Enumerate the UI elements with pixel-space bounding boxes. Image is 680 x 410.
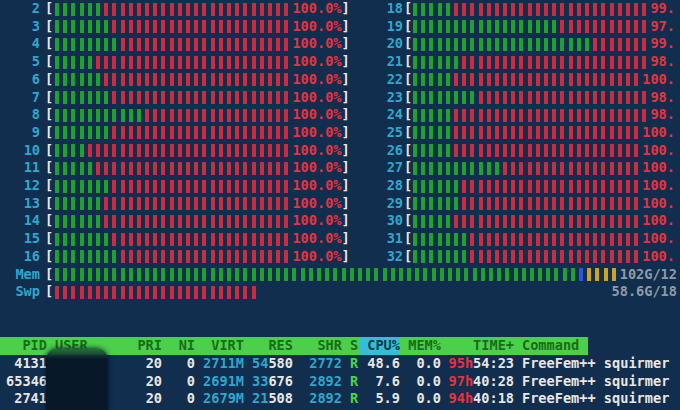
meter-pipe (129, 286, 133, 299)
meter-pipe (487, 38, 491, 51)
meter-pipe (528, 180, 532, 193)
meter-pipe (55, 20, 59, 33)
meter-pipe (80, 20, 84, 33)
meter-open-bracket: [ (404, 53, 412, 71)
meter-pipe (618, 197, 622, 210)
meter-pipe (88, 162, 92, 175)
meter-pipe (626, 197, 630, 210)
meter-pipe (601, 233, 605, 246)
meter-pipe (618, 215, 622, 228)
meter-pipe (243, 73, 247, 86)
meter-pipe (276, 162, 280, 175)
meter-pipe (194, 162, 198, 175)
cpu-percent-label: 100.0% (292, 71, 341, 89)
header-pid[interactable]: PID (0, 337, 47, 355)
meter-pipe (129, 20, 133, 33)
meter-pipe (429, 250, 433, 263)
meter-pipe (137, 197, 141, 210)
meter-pipe (186, 91, 190, 104)
meter-pipe (284, 20, 288, 33)
cpu-percent-label: 100. (642, 212, 675, 230)
meter-pipe (446, 109, 450, 122)
meter-pipe (71, 3, 75, 16)
meter-pipe (454, 38, 458, 51)
meter-pipe (423, 268, 427, 281)
cpu-number: 8 (0, 106, 40, 124)
meter-pipe (569, 109, 573, 122)
meter-pipe (178, 91, 182, 104)
meter-pipe (552, 197, 556, 210)
meter-pipe (284, 126, 288, 139)
meter-pipe (63, 268, 67, 281)
meter-pipe (252, 3, 256, 16)
meter-pipe (178, 56, 182, 69)
header-res[interactable]: RES (244, 337, 293, 355)
meter-pipe (487, 126, 491, 139)
meter-pipe (202, 197, 206, 210)
meter-pipe (519, 91, 523, 104)
meter-pipe (528, 197, 532, 210)
cpu-percent-label: 100.0% (292, 18, 341, 36)
meter-pipe (161, 91, 165, 104)
meter-pipe (546, 268, 550, 281)
meter-pipe (429, 215, 433, 228)
meter-pipe (487, 73, 491, 86)
meter-pipe (284, 3, 288, 16)
meter-pipe (186, 250, 190, 263)
header-cpu-sort-column[interactable]: CPU% (359, 337, 400, 355)
meter-pipe (413, 91, 417, 104)
meter-pipe (511, 56, 515, 69)
cell-pri: 20 (121, 373, 162, 391)
meter-pipe (170, 144, 174, 157)
meter-pipe (536, 250, 540, 263)
meter-pipe (80, 250, 84, 263)
meter-pipe (211, 56, 215, 69)
meter-pipe (470, 197, 474, 210)
meter-pipe (519, 180, 523, 193)
header-virt[interactable]: VIRT (195, 337, 244, 355)
meter-pipe (219, 20, 223, 33)
meter-pipe (161, 197, 165, 210)
meter-pipe (112, 215, 116, 228)
cpu-percent-label: 100.0% (292, 177, 341, 195)
meter-close-bracket: ] (341, 159, 349, 175)
meter-pipe (186, 3, 190, 16)
header-pri[interactable]: PRI (121, 337, 162, 355)
header-shr[interactable]: SHR (293, 337, 342, 355)
meter-pipe (202, 162, 206, 175)
meter-pipe (186, 20, 190, 33)
meter-pipe (413, 250, 417, 263)
cpu-number: 28 (368, 177, 403, 195)
meter-pipe (121, 3, 125, 16)
meter-pipe (63, 109, 67, 122)
meter-pipe (487, 91, 491, 104)
meter-pipe (462, 73, 466, 86)
cell-mem-percent: 0.0 (400, 355, 441, 373)
meter-pipe (454, 215, 458, 228)
meter-pipe (618, 56, 622, 69)
meter-pipe (202, 91, 206, 104)
meter-pipe (104, 38, 108, 51)
meter-pipe (276, 73, 280, 86)
meter-pipe (153, 109, 157, 122)
cpu-meter-row: 7[100.0%]23[98. (0, 89, 680, 107)
meter-pipe (96, 91, 100, 104)
meter-pipe (121, 109, 125, 122)
cell-mem-percent: 0.0 (400, 390, 441, 408)
header-command[interactable]: Command (522, 337, 579, 355)
header-mem[interactable]: MEM% (400, 337, 441, 355)
res-remainder: 676 (268, 373, 293, 389)
meter-pipe (413, 126, 417, 139)
meter-pipe (145, 3, 149, 16)
meter-pipe (479, 91, 483, 104)
meter-pipe (536, 162, 540, 175)
cpu-number: 2 (0, 0, 40, 18)
meter-pipe (528, 233, 532, 246)
header-time[interactable]: TIME+ (441, 337, 514, 355)
meter-pipe (642, 109, 646, 122)
meter-pipe (421, 215, 425, 228)
meter-pipe (252, 91, 256, 104)
cpu-percent-label: 100. (642, 124, 675, 142)
cell-time: 95h54:23 (441, 355, 514, 373)
header-ni[interactable]: NI (162, 337, 195, 355)
